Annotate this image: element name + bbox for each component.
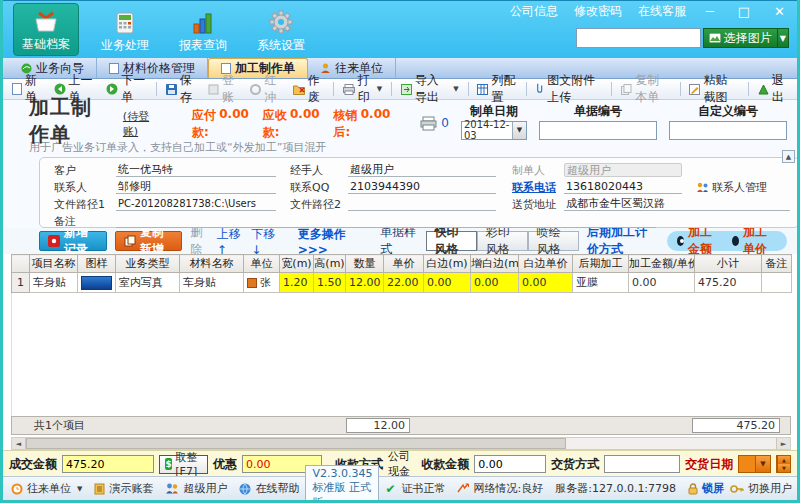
col-price[interactable]: 单价	[384, 255, 424, 273]
scrollbar-thumb[interactable]	[26, 438, 566, 449]
cell-material[interactable]: 车身贴	[180, 273, 244, 293]
delete-row-button[interactable]: 删除	[190, 224, 209, 258]
file-path2-field[interactable]	[348, 197, 496, 211]
cell-add-white-edge[interactable]: 0.00	[471, 273, 519, 293]
nav-item-base-archives[interactable]: 基础档案	[13, 3, 79, 56]
col-unit[interactable]: 单位	[244, 255, 280, 273]
style-inkjet-button[interactable]: 喷绘风格	[528, 231, 579, 251]
round-button[interactable]: $ 取整[F7]	[159, 455, 208, 474]
contact-manager-button[interactable]: 联系人管理	[696, 180, 767, 195]
nav-item-business[interactable]: 业务处理	[93, 3, 157, 56]
globe-help-icon	[239, 483, 251, 495]
partners-status-button[interactable]: 往来单位 ▼	[11, 481, 82, 496]
current-user-button[interactable]: 超级用户	[165, 481, 227, 496]
account-set-button[interactable]: 演示账套	[94, 481, 153, 496]
close-button[interactable]: ✕	[770, 4, 789, 19]
add-record-button[interactable]: 新增记录	[39, 231, 107, 251]
nav-item-settings[interactable]: 系统设置	[249, 3, 313, 56]
col-add-white-edge[interactable]: 增白边(m)	[471, 255, 519, 273]
cell-price[interactable]: 22.00	[384, 273, 424, 293]
online-service-link[interactable]: 在线客服	[638, 3, 686, 20]
select-image-button[interactable]: 选择图片	[703, 28, 778, 48]
nav-item-reports[interactable]: 报表查询	[171, 3, 235, 56]
col-height[interactable]: 高(m)	[314, 255, 346, 273]
cell-white-edge[interactable]: 0.00	[424, 273, 471, 293]
col-note[interactable]: 备注	[762, 255, 792, 273]
switch-user-button[interactable]: 切换用户	[730, 481, 792, 496]
col-white-edge-price[interactable]: 白边单价	[519, 255, 573, 273]
col-post-process[interactable]: 后期加工	[573, 255, 629, 273]
cell-white-edge-price[interactable]: 0.00	[519, 273, 573, 293]
delivery-time-spinner[interactable]: ▲ ▼	[776, 455, 791, 473]
ledger-icon	[208, 84, 219, 95]
cell-post-process[interactable]: 亚膜	[573, 273, 629, 293]
cell-height[interactable]: 1.50	[314, 273, 346, 293]
chevron-down-icon: ▼	[780, 34, 786, 43]
move-up-button[interactable]: 上移↑	[217, 226, 243, 257]
col-qty[interactable]: 数量	[346, 255, 384, 273]
cell-subtotal[interactable]: 475.20	[695, 273, 762, 293]
chevron-down-icon[interactable]: ▼	[755, 456, 770, 472]
lock-screen-button[interactable]: 锁屏	[688, 481, 724, 496]
spin-up-icon[interactable]: ▲	[778, 456, 790, 464]
maximize-button[interactable]: □	[734, 4, 754, 19]
col-white-edge[interactable]: 白边(m)	[424, 255, 471, 273]
qq-field[interactable]	[348, 180, 496, 194]
file-path2-label: 文件路径2	[290, 197, 348, 212]
more-actions-button[interactable]: 更多操作>>>	[298, 226, 359, 257]
note-field[interactable]	[116, 214, 656, 228]
delivery-date-combo[interactable]: ▼	[738, 455, 771, 473]
spin-down-icon[interactable]: ▼	[778, 464, 790, 472]
row-number[interactable]: 1	[12, 273, 30, 293]
cell-biz-type[interactable]: 室内写真	[116, 273, 180, 293]
col-item-name[interactable]: 项目名称	[30, 255, 78, 273]
pay-amount-input[interactable]	[474, 455, 546, 473]
style-quickprint-button[interactable]: 快印风格	[426, 231, 477, 251]
company-info-link[interactable]: 公司信息	[510, 3, 558, 20]
custom-number-input[interactable]	[669, 121, 787, 140]
handler-field[interactable]	[348, 163, 496, 177]
scroll-right-icon[interactable]: ►	[776, 438, 790, 449]
col-width[interactable]: 宽(m)	[280, 255, 314, 273]
pricing-unit-radio[interactable]: 加工单价	[732, 224, 777, 258]
copy-record-button[interactable]: 复制新增	[115, 231, 183, 251]
file-path1-field[interactable]	[116, 197, 276, 211]
col-sample[interactable]: 图样	[78, 255, 116, 273]
change-password-link[interactable]: 修改密码	[574, 3, 622, 20]
divider	[611, 82, 612, 96]
cell-note[interactable]	[762, 273, 792, 293]
deal-amount-input[interactable]	[62, 455, 154, 473]
cell-process-amount[interactable]: 0.00	[629, 273, 695, 293]
style-colorprint-button[interactable]: 彩印风格	[477, 231, 528, 251]
customer-field[interactable]	[116, 163, 276, 177]
collapse-header-button[interactable]: ▲	[782, 150, 795, 163]
phone-field[interactable]	[564, 180, 682, 194]
scrollbar-track[interactable]	[566, 438, 776, 449]
image-search-input[interactable]	[576, 28, 701, 48]
col-material[interactable]: 材料名称	[180, 255, 244, 273]
cell-item-name[interactable]: 车身贴	[30, 273, 78, 293]
doc-number-input[interactable]	[539, 121, 657, 140]
delivery-method-input[interactable]	[604, 455, 680, 473]
minimize-button[interactable]: ─	[702, 4, 718, 19]
cell-sample[interactable]	[78, 273, 116, 293]
cell-unit[interactable]: 张	[244, 273, 280, 293]
scroll-left-icon[interactable]: ◄	[12, 438, 26, 449]
printer-icon[interactable]	[420, 116, 437, 131]
pricing-amount-radio[interactable]: 加工金额	[677, 224, 722, 258]
doc-date-combo[interactable]: 2014-12-03 ▼	[461, 121, 527, 140]
move-down-button[interactable]: 下移↓	[251, 226, 277, 257]
online-help-button[interactable]: 在线帮助	[239, 481, 299, 496]
pay-method-select[interactable]: 公司现金	[388, 449, 416, 479]
contact-field[interactable]	[116, 180, 276, 194]
phone-link[interactable]: 联系电话	[512, 180, 564, 195]
col-biz-type[interactable]: 业务类型	[116, 255, 180, 273]
delivery-address-field[interactable]	[564, 197, 790, 211]
cell-width[interactable]: 1.20	[280, 273, 314, 293]
chevron-down-icon[interactable]: ▼	[512, 122, 526, 139]
col-process-amount[interactable]: 加工金额/单价	[629, 255, 695, 273]
col-subtotal[interactable]: 小计	[695, 255, 762, 273]
sample-thumbnail[interactable]	[81, 276, 112, 290]
select-image-dropdown[interactable]: ▼	[778, 28, 789, 48]
cell-qty[interactable]: 12.00	[346, 273, 384, 293]
